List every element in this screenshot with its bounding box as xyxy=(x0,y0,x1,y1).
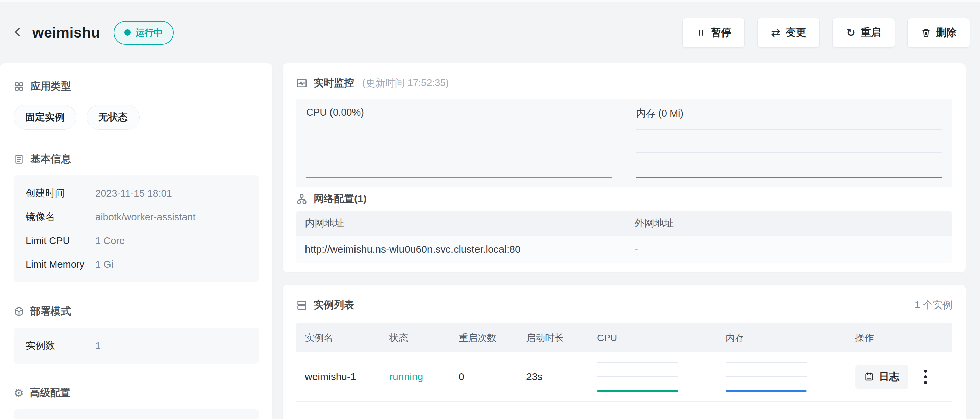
column-header: CPU xyxy=(597,333,725,343)
info-row: 创建时间 2023-11-15 18:01 xyxy=(26,182,247,205)
gridline xyxy=(306,127,612,127)
instance-operations: 日志 xyxy=(855,365,952,389)
info-value: 1 Core xyxy=(95,235,125,246)
network-table: 内网地址 外网地址 http://weimishu.ns-wlu0u60n.sv… xyxy=(296,211,952,263)
page-title: weimishu xyxy=(32,24,100,41)
column-header: 状态 xyxy=(389,331,458,344)
gridline xyxy=(725,376,807,377)
column-header: 实例名 xyxy=(296,331,389,344)
tag-fixed-instance: 固定实例 xyxy=(14,105,76,130)
delete-button-label: 删除 xyxy=(936,25,957,40)
monitoring-network-card: 实时监控 (更新时间 17:52:35) CPU (0.00%) 内存 (0 M… xyxy=(283,63,966,272)
instance-table-row: weimishu-1 running 0 23s xyxy=(296,352,952,402)
list-icon xyxy=(296,300,307,311)
section-basic-info: 基本信息 xyxy=(14,152,259,166)
gear-icon: ⚙ xyxy=(14,387,24,399)
info-row: 启动命令 未配置 xyxy=(26,415,247,419)
instance-table-header: 实例名 状态 重启次数 启动时长 CPU 内存 操作 xyxy=(296,323,952,352)
cpu-chart-label: CPU (0.00%) xyxy=(306,107,612,118)
instance-name: weimishu-1 xyxy=(296,371,389,382)
gridline xyxy=(597,362,678,363)
info-label: 实例数 xyxy=(26,339,95,352)
info-row: Limit Memory 1 Gi xyxy=(26,252,247,276)
back-button[interactable] xyxy=(8,22,28,43)
cpu-chart-plot xyxy=(306,121,612,180)
main-content: 实时监控 (更新时间 17:52:35) CPU (0.00%) 内存 (0 M… xyxy=(283,63,966,419)
cpu-series-line xyxy=(306,177,612,178)
info-label: 创建时间 xyxy=(26,186,95,200)
section-title: 高级配置 xyxy=(30,386,70,400)
network-icon xyxy=(296,193,307,205)
monitor-title: 实时监控 xyxy=(313,76,354,90)
info-label: Limit Memory xyxy=(26,259,95,270)
restart-button-label: 重启 xyxy=(861,25,881,40)
column-header: 操作 xyxy=(855,331,952,344)
info-label: 镜像名 xyxy=(26,210,95,224)
instance-list-header: 实例列表 1 个实例 xyxy=(296,298,952,312)
column-header: 内存 xyxy=(725,331,855,344)
cpu-chart: CPU (0.00%) xyxy=(306,107,612,180)
info-row: Limit CPU 1 Core xyxy=(26,229,247,252)
pause-button-label: 暂停 xyxy=(711,25,732,40)
app-overview-panel: 应用类型 固定实例 无状态 基本信息 创建时间 2023-11-15 18:01… xyxy=(0,63,272,419)
status-dot-icon xyxy=(124,29,131,36)
pause-button[interactable]: 暂停 xyxy=(682,18,745,48)
basic-info-panel: 创建时间 2023-11-15 18:01 镜像名 aibotk/worker-… xyxy=(14,175,259,282)
more-actions-button[interactable] xyxy=(922,368,929,386)
log-icon xyxy=(864,372,874,382)
section-deploy-mode: 部署模式 xyxy=(14,304,259,318)
restart-button[interactable]: ↻ 重启 xyxy=(832,18,895,48)
memory-chart-plot xyxy=(636,124,942,180)
network-title: 网络配置(1) xyxy=(313,192,367,206)
monitor-panel: CPU (0.00%) 内存 (0 Mi) xyxy=(296,99,952,187)
gridline xyxy=(636,129,942,130)
instance-count: 1 个实例 xyxy=(915,298,952,312)
grid-icon xyxy=(14,81,24,92)
status-badge: 运行中 xyxy=(113,21,174,45)
delete-button[interactable]: 删除 xyxy=(907,18,970,48)
instance-table: 实例名 状态 重启次数 启动时长 CPU 内存 操作 weimishu-1 ru… xyxy=(296,323,952,402)
change-button-label: 变更 xyxy=(786,25,806,40)
document-icon xyxy=(14,154,24,164)
info-value: 1 Gi xyxy=(95,259,113,270)
instance-list-card: 实例列表 1 个实例 实例名 状态 重启次数 启动时长 CPU 内存 操作 we… xyxy=(283,285,966,419)
instance-cpu-sparkline xyxy=(597,361,678,392)
memory-chart-label: 内存 (0 Mi) xyxy=(636,107,942,120)
info-value: 1 xyxy=(95,340,101,351)
kebab-dot xyxy=(924,375,927,378)
logs-button[interactable]: 日志 xyxy=(855,365,908,389)
section-advanced-config: ⚙ 高级配置 xyxy=(14,386,259,400)
internal-address[interactable]: http://weimishu.ns-wlu0u60n.svc.cluster.… xyxy=(296,244,626,255)
memory-series-line xyxy=(725,390,807,392)
change-button[interactable]: ⇄ 变更 xyxy=(757,18,820,48)
status-badge-label: 运行中 xyxy=(135,27,163,39)
restart-icon: ↻ xyxy=(846,27,855,38)
column-header: 外网地址 xyxy=(626,217,952,230)
memory-series-line xyxy=(636,177,942,178)
deploy-mode-panel: 实例数 1 xyxy=(14,328,259,363)
app-type-tags: 固定实例 无状态 xyxy=(14,105,259,130)
section-title: 基本信息 xyxy=(30,152,71,166)
instance-restarts: 0 xyxy=(458,371,526,382)
header-actions: 暂停 ⇄ 变更 ↻ 重启 删除 xyxy=(682,18,970,48)
memory-chart: 内存 (0 Mi) xyxy=(636,107,942,180)
info-value: 2023-11-15 18:01 xyxy=(95,188,172,199)
instance-list-title: 实例列表 xyxy=(313,298,354,312)
trash-icon xyxy=(921,28,931,38)
info-row: 实例数 1 xyxy=(26,334,247,357)
kebab-dot xyxy=(924,370,927,373)
column-header: 内网地址 xyxy=(296,217,626,230)
gridline xyxy=(306,150,612,150)
section-app-type: 应用类型 xyxy=(14,80,259,93)
pause-icon xyxy=(696,28,706,38)
column-header: 重启次数 xyxy=(458,331,526,344)
info-label: Limit CPU xyxy=(26,235,95,246)
instance-uptime: 23s xyxy=(526,371,597,382)
network-table-row: http://weimishu.ns-wlu0u60n.svc.cluster.… xyxy=(296,236,952,263)
network-header: 网络配置(1) xyxy=(296,192,952,206)
network-table-header: 内网地址 外网地址 xyxy=(296,211,952,236)
logs-button-label: 日志 xyxy=(879,370,899,384)
monitor-header: 实时监控 (更新时间 17:52:35) xyxy=(296,76,952,90)
gridline xyxy=(636,152,942,153)
gridline xyxy=(597,376,678,377)
